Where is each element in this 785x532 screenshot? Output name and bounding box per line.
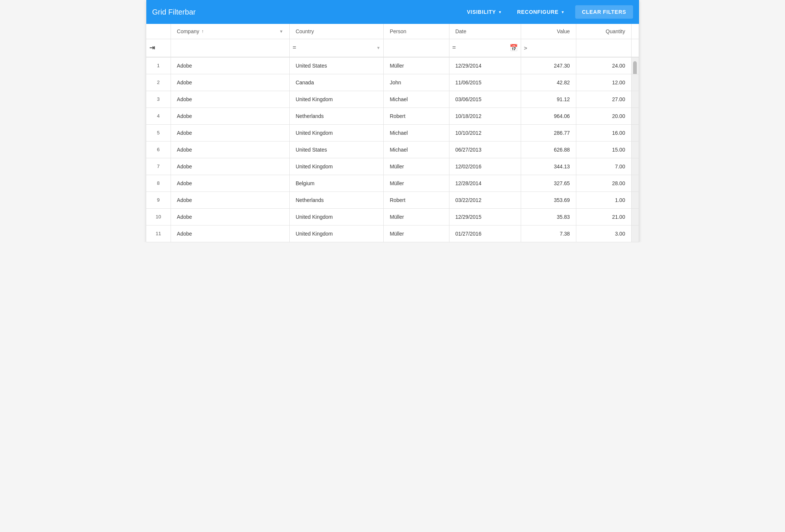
col-company-label: Company <box>177 28 199 34</box>
cell-0: 2 <box>146 74 171 91</box>
col-header-num <box>146 24 171 39</box>
cell-4: 10/10/2012 <box>449 124 521 141</box>
cell-2: United Kingdom <box>289 124 383 141</box>
col-header-country[interactable]: Country <box>289 24 383 39</box>
filter-cell-qty <box>576 39 631 57</box>
cell-0: 5 <box>146 124 171 141</box>
cell-7 <box>631 208 639 225</box>
filter-country-chevron-icon[interactable]: ▼ <box>376 46 380 50</box>
visibility-label: VISIBILITY <box>467 9 496 15</box>
reconfigure-label: RECONFIGURE <box>517 9 558 15</box>
cell-0: 1 <box>146 57 171 74</box>
filter-cell-date[interactable]: = 📅 <box>449 39 521 57</box>
cell-1: Adobe <box>171 225 289 242</box>
col-header-qty[interactable]: Quantity <box>576 24 631 39</box>
table-body: 1AdobeUnited StatesMüller12/29/2014247.3… <box>146 57 639 242</box>
table-row: 11AdobeUnited KingdomMüller01/27/20167.3… <box>146 225 639 242</box>
filter-gt-value-icon: > <box>524 45 527 51</box>
cell-2: United Kingdom <box>289 208 383 225</box>
cell-1: Adobe <box>171 208 289 225</box>
table-row: 8AdobeBelgiumMüller12/28/2014327.6528.00 <box>146 175 639 192</box>
filter-eq-country-icon: = <box>293 44 296 51</box>
col-qty-label: Quantity <box>606 28 625 34</box>
cell-0: 6 <box>146 141 171 158</box>
cell-5: 91.12 <box>521 91 576 108</box>
cell-5: 42.82 <box>521 74 576 91</box>
sort-asc-icon: ↑ <box>202 29 204 34</box>
toolbar: Grid Filterbar VISIBILITY ▼ RECONFIGURE … <box>146 0 639 24</box>
table-row: 10AdobeUnited KingdomMüller12/29/201535.… <box>146 208 639 225</box>
col-date-label: Date <box>455 28 467 34</box>
table-row: 5AdobeUnited KingdomMichael10/10/2012286… <box>146 124 639 141</box>
filter-cell-company[interactable] <box>171 39 289 57</box>
cell-7 <box>631 141 639 158</box>
cell-3: Michael <box>384 141 449 158</box>
col-person-label: Person <box>390 28 406 34</box>
filter-cell-person <box>384 39 449 57</box>
cell-4: 03/06/2015 <box>449 91 521 108</box>
cell-6: 24.00 <box>576 57 631 74</box>
cell-5: 626.88 <box>521 141 576 158</box>
cell-3: John <box>384 74 449 91</box>
cell-6: 16.00 <box>576 124 631 141</box>
cell-1: Adobe <box>171 124 289 141</box>
cell-6: 27.00 <box>576 91 631 108</box>
cell-1: Adobe <box>171 192 289 208</box>
cell-2: Belgium <box>289 175 383 192</box>
cell-0: 10 <box>146 208 171 225</box>
table-row: 9AdobeNetherlandsRobert03/22/2012353.691… <box>146 192 639 208</box>
cell-3: Robert <box>384 192 449 208</box>
col-country-label: Country <box>296 28 314 34</box>
filter-country-input[interactable] <box>298 45 375 51</box>
visibility-button[interactable]: VISIBILITY ▼ <box>462 6 507 18</box>
cell-0: 4 <box>146 108 171 124</box>
cell-6: 15.00 <box>576 141 631 158</box>
cell-0: 8 <box>146 175 171 192</box>
table-row: 6AdobeUnited StatesMichael06/27/2013626.… <box>146 141 639 158</box>
cell-5: 286.77 <box>521 124 576 141</box>
cell-2: Netherlands <box>289 192 383 208</box>
col-company-dropdown-icon[interactable]: ▼ <box>279 29 283 34</box>
col-value-label: Value <box>557 28 570 34</box>
cell-4: 12/28/2014 <box>449 175 521 192</box>
cell-7 <box>631 57 639 74</box>
cell-5: 353.69 <box>521 192 576 208</box>
cell-1: Adobe <box>171 108 289 124</box>
cell-7 <box>631 124 639 141</box>
cell-3: Müller <box>384 175 449 192</box>
cell-4: 12/29/2014 <box>449 57 521 74</box>
cursor-icon: ⇥ <box>149 44 155 52</box>
cell-5: 327.65 <box>521 175 576 192</box>
filter-date-input[interactable] <box>457 45 508 51</box>
cell-7 <box>631 91 639 108</box>
col-header-value[interactable]: Value <box>521 24 576 39</box>
filter-cell-scroll <box>631 39 639 57</box>
visibility-chevron-icon: ▼ <box>498 10 502 14</box>
col-header-company[interactable]: Company ↑ ▼ <box>171 24 289 39</box>
cell-5: 344.13 <box>521 158 576 175</box>
table-row: 1AdobeUnited StatesMüller12/29/2014247.3… <box>146 57 639 74</box>
cell-2: Netherlands <box>289 108 383 124</box>
col-header-date[interactable]: Date <box>449 24 521 39</box>
cell-3: Müller <box>384 225 449 242</box>
cell-1: Adobe <box>171 91 289 108</box>
cell-7 <box>631 192 639 208</box>
clear-filters-button[interactable]: CLEAR FILTERS <box>575 5 633 19</box>
filter-cell-country[interactable]: = ▼ <box>289 39 383 57</box>
cell-4: 10/18/2012 <box>449 108 521 124</box>
cell-1: Adobe <box>171 158 289 175</box>
cell-0: 3 <box>146 91 171 108</box>
cell-3: Müller <box>384 208 449 225</box>
cell-3: Michael <box>384 124 449 141</box>
cell-5: 35.83 <box>521 208 576 225</box>
reconfigure-button[interactable]: RECONFIGURE ▼ <box>513 6 569 18</box>
cell-7 <box>631 225 639 242</box>
filter-value-input[interactable] <box>529 45 573 51</box>
cell-0: 7 <box>146 158 171 175</box>
cell-1: Adobe <box>171 57 289 74</box>
calendar-icon[interactable]: 📅 <box>510 44 518 52</box>
col-header-person[interactable]: Person <box>384 24 449 39</box>
filter-cell-value[interactable]: > <box>521 39 576 57</box>
cell-7 <box>631 175 639 192</box>
cell-2: Canada <box>289 74 383 91</box>
